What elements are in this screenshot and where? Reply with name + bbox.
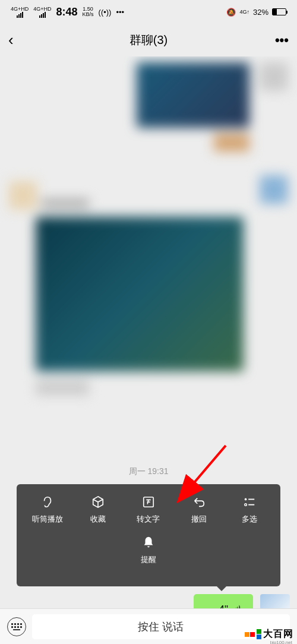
bell-icon — [141, 535, 156, 550]
hotspot-icon: ((•)) — [99, 8, 112, 17]
svg-rect-12 — [14, 626, 16, 628]
menu-multiselect[interactable]: 多选 — [227, 495, 272, 525]
menu-earpiece-play[interactable]: 听筒播放 — [25, 495, 70, 525]
svg-rect-10 — [20, 623, 22, 625]
svg-rect-7 — [11, 623, 13, 625]
svg-rect-13 — [17, 626, 19, 628]
mute-icon: 🔕 — [226, 8, 236, 17]
ear-icon — [40, 495, 55, 509]
voice-wave-icon — [233, 602, 244, 608]
menu-convert-text[interactable]: 转文字 — [126, 495, 171, 525]
svg-point-1 — [244, 498, 247, 501]
sender-avatar[interactable] — [260, 594, 290, 608]
svg-rect-2 — [248, 499, 254, 500]
watermark: 大百网 big100.net — [245, 628, 293, 640]
menu-recall[interactable]: 撤回 — [176, 495, 222, 525]
more-button[interactable]: ••• — [275, 33, 289, 48]
multiselect-icon — [242, 495, 257, 509]
signal-1: 4G+HD — [11, 7, 29, 18]
voice-duration: 4" — [219, 604, 229, 609]
keyboard-toggle-button[interactable] — [7, 617, 26, 636]
svg-rect-4 — [248, 504, 254, 506]
svg-rect-8 — [14, 623, 16, 625]
svg-rect-15 — [13, 629, 20, 630]
box-icon — [91, 495, 105, 509]
signal-2: 4G+HD — [33, 7, 51, 18]
voice-message-bubble[interactable]: 4" — [194, 594, 253, 608]
net-right: 4G↑ — [239, 10, 249, 15]
chat-title: 群聊(3) — [129, 32, 168, 48]
battery-percent: 32% — [253, 8, 268, 17]
chat-area[interactable]: 周一 19:31 听筒播放 收藏 转文字 撤回 多选 — [0, 56, 297, 608]
message-context-menu: 听筒播放 收藏 转文字 撤回 多选 提醒 — [17, 484, 280, 586]
menu-favorite[interactable]: 收藏 — [75, 495, 121, 525]
text-convert-icon — [141, 495, 156, 509]
more-status-icon: ••• — [116, 8, 124, 17]
chat-header: ‹ 群聊(3) ••• — [0, 24, 297, 56]
net-speed: 1.50 KB/s — [83, 7, 94, 17]
svg-point-3 — [244, 504, 247, 506]
menu-remind[interactable]: 提醒 — [126, 535, 171, 565]
message-timestamp: 周一 19:31 — [129, 466, 169, 477]
svg-rect-14 — [20, 626, 22, 628]
clock: 8:48 — [56, 6, 78, 18]
svg-rect-9 — [17, 623, 19, 625]
battery-icon — [272, 8, 286, 15]
status-bar: 4G+HD 4G+HD 8:48 1.50 KB/s ((•)) ••• 🔕 4… — [0, 0, 297, 24]
svg-rect-11 — [11, 626, 13, 628]
undo-icon — [192, 495, 206, 509]
back-button[interactable]: ‹ — [8, 31, 14, 49]
